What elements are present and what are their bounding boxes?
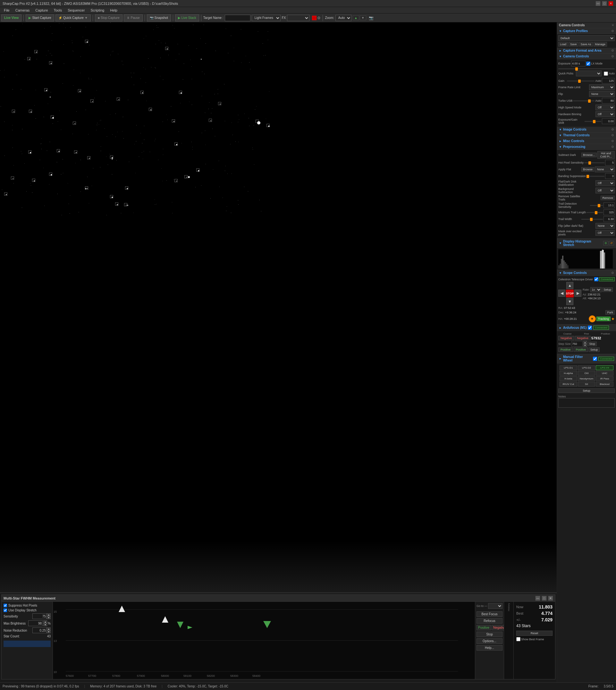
step-size-up[interactable]: ▲	[583, 341, 587, 344]
camera-controls-gear[interactable]: ⚙	[611, 55, 614, 58]
noise-reduction-down[interactable]: ▼	[47, 630, 51, 633]
gain-input[interactable]	[602, 78, 615, 84]
fwhm-close[interactable]: ✕	[548, 596, 553, 601]
ardufocus-setup-button[interactable]: Setup	[589, 347, 600, 352]
best-focus-button[interactable]: Best Focus	[477, 611, 503, 617]
min-trail-input[interactable]	[603, 210, 615, 215]
filter-connected-checkbox[interactable]	[593, 357, 597, 361]
filter-btn-ir-pass[interactable]: IR Pass	[596, 376, 613, 381]
max-brightness-input[interactable]	[28, 620, 43, 626]
ardufocus-connected-checkbox[interactable]	[588, 326, 592, 330]
fx-select[interactable]	[287, 15, 309, 21]
sensitivity-down[interactable]: ▼	[47, 616, 51, 619]
rate-select[interactable]: 1x	[590, 287, 601, 292]
exposure-slider[interactable]	[558, 68, 615, 69]
max-brightness-up[interactable]: ▲	[43, 620, 47, 623]
filter-btn-oiii[interactable]: OIII	[578, 371, 595, 375]
filter-btn-lps-v4[interactable]: LPS-V4	[596, 365, 613, 370]
histogram-reset-button[interactable]: ↺	[609, 241, 614, 245]
pause-button[interactable]: ⏸ Pause	[124, 15, 143, 21]
suppress-hot-pixels-checkbox[interactable]	[3, 604, 7, 607]
hot-pixel-slider[interactable]	[584, 162, 604, 163]
filter-btn-neodymium[interactable]: Neodymium	[578, 376, 595, 381]
target-name-input[interactable]	[225, 15, 250, 21]
banding-input[interactable]	[605, 173, 615, 179]
exp-gain-input[interactable]	[602, 118, 615, 124]
histogram-header[interactable]: ▼ Display Histogram Stretch ⚙ ↺	[557, 239, 616, 248]
step-size-down[interactable]: ▼	[583, 344, 587, 347]
histogram-auto-button[interactable]: ⚙	[603, 241, 608, 245]
browse-flat-button[interactable]: Browse	[581, 167, 594, 172]
positive-button[interactable]: Positive	[477, 625, 491, 630]
start-capture-button[interactable]: ▶ Start Capture	[26, 15, 54, 21]
camera-icon[interactable]: 📷	[369, 16, 374, 20]
starfield[interactable]	[0, 22, 557, 592]
snapshot-button[interactable]: 📷 Snapshot	[147, 15, 171, 21]
zoom-in-button[interactable]: ▲	[353, 15, 359, 20]
tracking-button[interactable]: Tracking	[596, 317, 611, 321]
negative-fine-button[interactable]: Negative	[575, 336, 591, 340]
misc-controls-gear[interactable]: ⚙	[611, 139, 614, 143]
filter-btn-ir-uv-cut[interactable]: IR/UV Cut	[559, 382, 577, 387]
menu-sequencer[interactable]: Sequencer	[65, 8, 87, 13]
notes-textarea[interactable]	[558, 398, 615, 408]
capture-format-gear[interactable]: ⚙	[611, 49, 614, 52]
zoom-select[interactable]: Auto	[335, 15, 351, 21]
use-display-stretch-checkbox[interactable]	[3, 608, 7, 612]
ardufocus-header[interactable]: ► Ardufocus (M1) Connected	[557, 325, 616, 331]
bg-sub-select[interactable]: Off	[595, 188, 615, 193]
max-brightness-down[interactable]: ▼	[43, 623, 47, 626]
histogram-canvas[interactable]	[558, 249, 613, 268]
camera-controls-header[interactable]: ▼ Camera Controls ⚙	[557, 53, 616, 59]
preprocessing-gear[interactable]: ⚙	[611, 145, 614, 149]
noise-reduction-up[interactable]: ▲	[47, 627, 51, 630]
settings-icon[interactable]: ⚙	[317, 16, 321, 20]
scope-nav-down[interactable]: ▼	[566, 298, 573, 305]
light-frames-select[interactable]: Light Frames	[252, 15, 281, 21]
turbo-slider[interactable]	[573, 101, 595, 101]
live-stack-button[interactable]: ▶ Live Stack	[175, 15, 199, 21]
refocus-button[interactable]: Refocus	[477, 618, 503, 624]
scope-setup-button[interactable]: Setup	[602, 287, 613, 292]
scope-nav-up[interactable]: ▲	[566, 282, 573, 289]
scope-sun-button[interactable]: ☀	[589, 315, 596, 322]
zoom-out-button[interactable]: ▼	[360, 15, 366, 20]
fwhm-restore[interactable]: □	[542, 596, 547, 601]
exposure-input[interactable]	[571, 61, 586, 66]
lx-mode-checkbox[interactable]	[586, 62, 590, 66]
trail-detect-input[interactable]	[603, 202, 615, 208]
sensitivity-up[interactable]: ▲	[47, 613, 51, 616]
flat-dark-select[interactable]: Off	[595, 180, 615, 186]
min-trail-slider[interactable]	[587, 212, 603, 213]
scope-star-icon[interactable]: ★	[611, 317, 615, 321]
hot-pixel-input[interactable]	[605, 160, 615, 166]
filter-btn-sii[interactable]: SII	[578, 382, 595, 387]
filter-btn-lps-d1[interactable]: LPS-D1	[559, 365, 577, 370]
menu-tools[interactable]: Tools	[51, 8, 65, 13]
scope-nav-left[interactable]: ◀	[558, 290, 565, 297]
trail-width-input[interactable]	[603, 216, 615, 222]
profile-select[interactable]: Default	[558, 35, 615, 41]
help-button[interactable]: Help...	[477, 645, 503, 650]
gain-slider[interactable]	[567, 81, 595, 82]
positive-fine-button[interactable]: Positive	[574, 347, 589, 352]
quick-capture-button[interactable]: ⚡ Quick Capture ▼	[56, 15, 91, 21]
positive-coarse-button[interactable]: Positive	[558, 347, 573, 352]
stop-focus-button[interactable]: Stop	[477, 632, 503, 637]
save-button[interactable]: Save	[569, 42, 578, 46]
menu-help[interactable]: Help	[107, 8, 120, 13]
stop-capture-button[interactable]: ■ Stop Capture	[95, 15, 123, 21]
exp-gain-slider[interactable]	[585, 121, 601, 122]
sensitivity-input[interactable]	[32, 613, 47, 619]
filter-setup-button[interactable]: Setup	[558, 388, 615, 393]
filter-btn-blackout[interactable]: Blackout	[596, 382, 613, 387]
negative-coarse-button[interactable]: Negative	[558, 336, 574, 340]
filter-btn-h-beta[interactable]: H-beta	[559, 376, 577, 381]
camera-panel-close[interactable]: ✕	[612, 23, 614, 27]
manage-button[interactable]: Manage	[594, 42, 607, 46]
show-best-frame-checkbox[interactable]	[516, 637, 521, 641]
menu-scripting[interactable]: Scripting	[88, 8, 107, 13]
options-button[interactable]: Options...	[477, 638, 503, 644]
noise-reduction-input[interactable]	[32, 627, 47, 633]
turbo-input[interactable]	[602, 98, 615, 104]
